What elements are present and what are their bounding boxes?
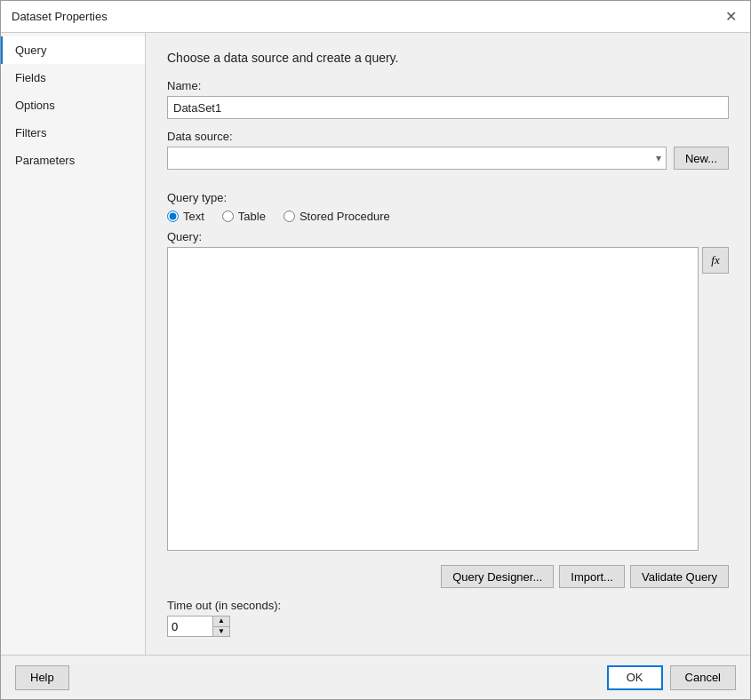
spinner-down-button[interactable]: ▼ [213, 626, 229, 637]
radio-stored-procedure[interactable] [284, 211, 295, 222]
radio-group: Text Table Stored Procedure [167, 210, 729, 223]
new-button[interactable]: New... [674, 147, 729, 170]
import-button[interactable]: Import... [559, 565, 625, 588]
section-description: Choose a data source and create a query. [167, 51, 729, 65]
help-button[interactable]: Help [15, 665, 69, 690]
data-source-field-group: Data source: New... [167, 130, 729, 180]
name-input[interactable] [167, 96, 729, 119]
spinner-up-button[interactable]: ▲ [213, 616, 229, 626]
radio-stored-proc-option[interactable]: Stored Procedure [284, 210, 390, 223]
query-section: Query: fx [167, 230, 729, 551]
footer-left: Help [15, 665, 69, 690]
timeout-section: Time out (in seconds): ▲ ▼ [167, 599, 729, 637]
dialog-title: Dataset Properties [12, 10, 108, 23]
query-area-wrapper: fx [167, 247, 729, 551]
data-source-label: Data source: [167, 130, 729, 143]
fx-button[interactable]: fx [702, 247, 729, 274]
timeout-input[interactable] [167, 616, 213, 637]
radio-text-option[interactable]: Text [167, 210, 204, 223]
data-source-select[interactable] [167, 147, 667, 170]
dialog-footer: Help OK Cancel [1, 655, 750, 699]
sidebar-item-parameters[interactable]: Parameters [1, 147, 145, 174]
spinner-buttons: ▲ ▼ [213, 616, 230, 637]
query-type-label: Query type: [167, 191, 729, 204]
query-label: Query: [167, 230, 729, 243]
radio-table-label[interactable]: Table [238, 210, 266, 223]
radio-text-label[interactable]: Text [183, 210, 204, 223]
title-bar: Dataset Properties ✕ [1, 1, 750, 33]
cancel-button[interactable]: Cancel [670, 665, 736, 690]
dataset-properties-dialog: Dataset Properties ✕ Query Fields Option… [0, 0, 751, 700]
sidebar-item-query[interactable]: Query [1, 36, 145, 64]
query-textarea[interactable] [167, 247, 699, 551]
main-content: Choose a data source and create a query.… [146, 33, 750, 655]
radio-stored-procedure-label[interactable]: Stored Procedure [300, 210, 390, 223]
bottom-buttons: Query Designer... Import... Validate Que… [167, 565, 729, 588]
timeout-label: Time out (in seconds): [167, 599, 729, 612]
data-source-row: New... [167, 147, 729, 170]
query-type-group: Query type: Text Table Stored Procedure [167, 191, 729, 223]
radio-table[interactable] [222, 211, 234, 222]
spinner-wrapper: ▲ ▼ [167, 616, 729, 637]
radio-table-option[interactable]: Table [222, 210, 266, 223]
close-button[interactable]: ✕ [722, 8, 739, 26]
validate-query-button[interactable]: Validate Query [630, 565, 729, 588]
data-source-select-wrapper [167, 147, 667, 170]
ok-button[interactable]: OK [607, 665, 663, 690]
footer-right: OK Cancel [607, 665, 736, 690]
sidebar: Query Fields Options Filters Parameters [1, 33, 146, 655]
radio-text[interactable] [167, 211, 179, 222]
sidebar-item-filters[interactable]: Filters [1, 119, 145, 147]
name-field-group: Name: [167, 79, 729, 119]
name-label: Name: [167, 79, 729, 92]
query-designer-button[interactable]: Query Designer... [441, 565, 554, 588]
sidebar-item-options[interactable]: Options [1, 91, 145, 119]
dialog-body: Query Fields Options Filters Parameters … [1, 33, 750, 655]
sidebar-item-fields[interactable]: Fields [1, 64, 145, 91]
